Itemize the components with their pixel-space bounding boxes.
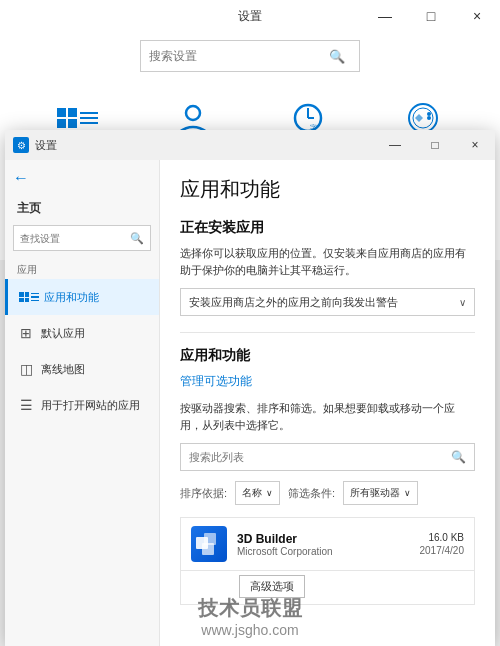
manage-optional-features-link[interactable]: 管理可选功能	[180, 373, 475, 390]
sidebar-search-input[interactable]	[20, 233, 130, 244]
filter-arrow: ∨	[404, 488, 411, 498]
sidebar-item-offline-maps[interactable]: ◫ 离线地图	[5, 351, 159, 387]
advanced-options-container: 高级选项	[180, 571, 475, 605]
foreground-window: ⚙ 设置 — □ × ← 主页 🔍 应用	[5, 130, 495, 646]
warning-dropdown[interactable]: 安装应用商店之外的应用之前向我发出警告 ∨	[180, 288, 475, 316]
settings-window-icon: ⚙	[13, 137, 29, 153]
install-description: 选择你可以获取应用的位置。仅安装来自应用商店的应用有助于保护你的电脑并让其平稳运…	[180, 245, 475, 278]
sidebar-search-icon: 🔍	[130, 232, 144, 245]
sort-label: 排序依据:	[180, 486, 227, 501]
bg-minimize-button[interactable]: —	[362, 0, 408, 32]
fg-sidebar: ← 主页 🔍 应用	[5, 160, 160, 646]
browser-apps-label: 用于打开网站的应用	[41, 398, 140, 413]
warning-dropdown-text: 安装应用商店之外的应用之前向我发出警告	[189, 295, 459, 310]
fg-titlebar: ⚙ 设置 — □ ×	[5, 130, 495, 160]
advanced-options-button[interactable]: 高级选项	[239, 575, 305, 598]
filter-description: 按驱动器搜索、排序和筛选。如果想要卸载或移动一个应用，从列表中选择它。	[180, 400, 475, 433]
installing-section-title: 正在安装应用	[180, 219, 475, 237]
app-search-box[interactable]: 🔍	[180, 443, 475, 471]
app-size-3d-builder: 16.0 KB	[420, 532, 465, 543]
page-title: 应用和功能	[180, 176, 475, 203]
svg-rect-11	[202, 543, 214, 555]
svg-point-8	[427, 116, 431, 120]
default-apps-label: 默认应用	[41, 326, 85, 341]
fg-minimize-button[interactable]: —	[375, 130, 415, 160]
warning-dropdown-arrow: ∨	[459, 297, 466, 308]
apps-section-title: 应用和功能	[180, 347, 475, 365]
apps-features-label: 应用和功能	[44, 290, 99, 305]
bg-search-icon: 🔍	[329, 49, 345, 64]
app-name-3d-builder: 3D Builder	[237, 532, 420, 546]
app-date-3d-builder: 2017/4/20	[420, 545, 465, 556]
fg-titlebar-controls: — □ ×	[375, 130, 495, 160]
filter-dropdown[interactable]: 所有驱动器 ∨	[343, 481, 418, 505]
offline-maps-label: 离线地图	[41, 362, 85, 377]
fg-titlebar-text: 设置	[35, 138, 57, 153]
app-publisher-3d-builder: Microsoft Corporation	[237, 546, 420, 557]
bg-close-button[interactable]: ×	[454, 0, 500, 32]
bg-search-bar: 🔍	[0, 32, 500, 84]
browser-apps-icon: ☰	[17, 396, 35, 414]
app-search-icon: 🔍	[451, 450, 466, 464]
sidebar-item-default-apps[interactable]: ⊞ 默认应用	[5, 315, 159, 351]
sidebar-section-label: 应用	[5, 259, 159, 279]
sidebar-home-label: 主页	[5, 196, 159, 225]
apps-features-icon	[20, 288, 38, 306]
bg-titlebar: 设置 — □ ×	[0, 0, 500, 32]
filter-label: 筛选条件:	[288, 486, 335, 501]
filter-value: 所有驱动器	[350, 486, 400, 500]
app-search-input[interactable]	[189, 451, 451, 463]
sidebar-search-box[interactable]: 🔍	[13, 225, 151, 251]
bg-window-title: 设置	[238, 8, 262, 25]
fg-close-button[interactable]: ×	[455, 130, 495, 160]
sidebar-item-browser-apps[interactable]: ☰ 用于打开网站的应用	[5, 387, 159, 423]
bg-maximize-button[interactable]: □	[408, 0, 454, 32]
sort-value: 名称	[242, 486, 262, 500]
section-divider	[180, 332, 475, 333]
bg-titlebar-controls: — □ ×	[362, 0, 500, 32]
default-apps-icon: ⊞	[17, 324, 35, 342]
fg-maximize-button[interactable]: □	[415, 130, 455, 160]
bg-search-input[interactable]	[149, 49, 329, 63]
fg-main-content: 应用和功能 正在安装应用 选择你可以获取应用的位置。仅安装来自应用商店的应用有助…	[160, 160, 495, 646]
svg-point-0	[186, 106, 200, 120]
fg-body: ← 主页 🔍 应用	[5, 160, 495, 646]
bg-search-box[interactable]: 🔍	[140, 40, 360, 72]
sort-filter-row: 排序依据: 名称 ∨ 筛选条件: 所有驱动器 ∨	[180, 481, 475, 505]
sidebar-item-apps-features[interactable]: 应用和功能	[5, 279, 159, 315]
app-info-3d-builder: 3D Builder Microsoft Corporation	[237, 532, 420, 557]
sort-dropdown[interactable]: 名称 ∨	[235, 481, 280, 505]
app-meta-3d-builder: 16.0 KB 2017/4/20	[420, 532, 465, 556]
sidebar-back-button[interactable]: ←	[5, 160, 159, 196]
offline-maps-icon: ◫	[17, 360, 35, 378]
app-icon-3d-builder	[191, 526, 227, 562]
sort-arrow: ∨	[266, 488, 273, 498]
svg-point-7	[427, 112, 431, 116]
app-list-item-3d-builder[interactable]: 3D Builder Microsoft Corporation 16.0 KB…	[180, 517, 475, 571]
